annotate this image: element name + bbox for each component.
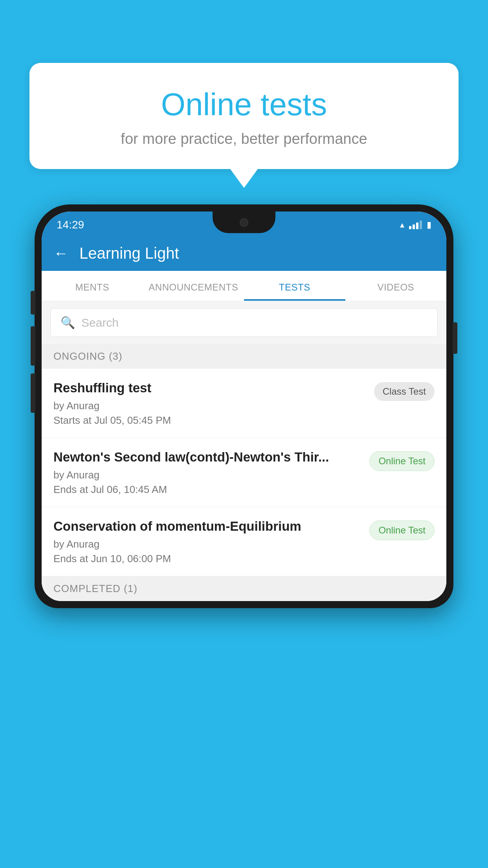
tab-tests[interactable]: TESTS <box>244 271 345 301</box>
power-button <box>453 322 457 354</box>
ongoing-header-text: ONGOING (3) <box>53 350 123 362</box>
silent-button <box>31 291 35 314</box>
test-date: Ends at Jun 10, 06:00 PM <box>53 553 361 565</box>
status-icons: ▴ ▮ <box>400 220 431 230</box>
online-tests-title: Online tests <box>49 86 439 123</box>
online-tests-subtitle: for more practice, better performance <box>49 131 439 147</box>
search-bar[interactable]: 🔍 Search <box>50 308 438 337</box>
test-title: Conservation of momentum-Equilibrium <box>53 518 361 535</box>
ongoing-section-header: ONGOING (3) <box>42 344 446 369</box>
search-container: 🔍 Search <box>42 301 446 344</box>
test-author: by Anurag <box>53 469 361 481</box>
signal-bar-3 <box>416 223 418 229</box>
test-badge-class: Class Test <box>374 382 435 401</box>
app-title: Learning Light <box>79 245 179 262</box>
phone-screen: 14:29 ▴ ▮ <box>42 211 446 601</box>
tab-announcements[interactable]: ANNOUNCEMENTS <box>143 271 244 301</box>
tabs-bar: MENTS ANNOUNCEMENTS TESTS VIDEOS <box>42 271 446 301</box>
battery-icon: ▮ <box>427 220 431 230</box>
wifi-icon: ▴ <box>400 220 404 230</box>
test-item-content: Conservation of momentum-Equilibrium by … <box>53 518 369 565</box>
volume-up-button <box>31 326 35 366</box>
test-author: by Anurag <box>53 538 361 550</box>
signal-bar-1 <box>409 226 411 229</box>
test-item[interactable]: Conservation of momentum-Equilibrium by … <box>42 507 446 576</box>
test-item[interactable]: Newton's Second law(contd)-Newton's Thir… <box>42 438 446 507</box>
test-title: Reshuffling test <box>53 380 366 397</box>
test-title: Newton's Second law(contd)-Newton's Thir… <box>53 449 361 466</box>
tab-ments[interactable]: MENTS <box>42 271 143 301</box>
test-badge-online: Online Test <box>369 451 435 471</box>
test-item-content: Newton's Second law(contd)-Newton's Thir… <box>53 449 369 496</box>
test-item[interactable]: Reshuffling test by Anurag Starts at Jul… <box>42 369 446 438</box>
search-icon: 🔍 <box>61 316 75 329</box>
search-placeholder: Search <box>81 316 119 329</box>
back-arrow-icon[interactable]: ← <box>53 245 68 262</box>
test-author: by Anurag <box>53 400 366 412</box>
test-badge-online: Online Test <box>369 520 435 540</box>
completed-section-header: COMPLETED (1) <box>42 576 446 601</box>
signal-bar-4 <box>420 221 422 229</box>
app-header: ← Learning Light <box>42 236 446 271</box>
status-time: 14:29 <box>57 219 84 231</box>
test-date: Starts at Jul 05, 05:45 PM <box>53 414 366 427</box>
signal-icon <box>409 221 422 229</box>
signal-bar-2 <box>413 224 415 229</box>
volume-down-button <box>31 373 35 413</box>
test-item-content: Reshuffling test by Anurag Starts at Jul… <box>53 380 374 427</box>
status-bar: 14:29 ▴ ▮ <box>42 211 446 236</box>
front-camera <box>240 218 248 227</box>
tab-videos[interactable]: VIDEOS <box>345 271 447 301</box>
speech-bubble: Online tests for more practice, better p… <box>29 63 459 169</box>
phone-frame: 14:29 ▴ ▮ <box>35 204 453 608</box>
completed-header-text: COMPLETED (1) <box>53 583 138 594</box>
test-date: Ends at Jul 06, 10:45 AM <box>53 484 361 496</box>
phone-device: 14:29 ▴ ▮ <box>35 204 453 868</box>
phone-notch <box>213 211 275 233</box>
